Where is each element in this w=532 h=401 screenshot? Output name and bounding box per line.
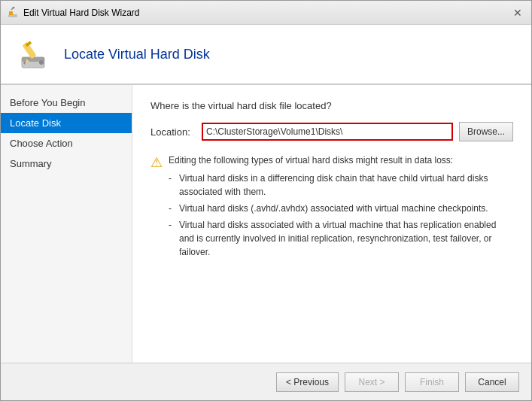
title-bar-text: Edit Virtual Hard Disk Wizard bbox=[23, 8, 510, 18]
finish-button[interactable]: Finish bbox=[405, 372, 459, 392]
warning-icon: ⚠ bbox=[150, 154, 163, 171]
footer: < Previous Next > Finish Cancel bbox=[1, 363, 531, 400]
sidebar-item-choose-action[interactable]: Choose Action bbox=[1, 133, 132, 153]
wizard-window: Edit Virtual Hard Disk Wizard ✕ Locate V… bbox=[0, 0, 532, 401]
warning-text: Editing the following types of virtual h… bbox=[169, 153, 513, 262]
warning-item-1: Virtual hard disks in a differencing dis… bbox=[169, 172, 513, 199]
header-area: Locate Virtual Hard Disk bbox=[1, 25, 531, 85]
title-bar: Edit Virtual Hard Disk Wizard ✕ bbox=[1, 1, 531, 25]
sidebar-item-summary[interactable]: Summary bbox=[1, 153, 132, 174]
warning-intro: Editing the following types of virtual h… bbox=[169, 153, 513, 167]
question-text: Where is the virtual hard disk file loca… bbox=[150, 100, 513, 111]
warning-box: ⚠ Editing the following types of virtual… bbox=[150, 153, 513, 262]
close-button[interactable]: ✕ bbox=[510, 5, 525, 20]
cancel-button[interactable]: Cancel bbox=[465, 372, 519, 392]
sidebar-item-before-you-begin[interactable]: Before You Begin bbox=[1, 93, 132, 113]
content-area: Before You Begin Locate Disk Choose Acti… bbox=[1, 85, 531, 363]
browse-button[interactable]: Browse... bbox=[459, 122, 513, 141]
next-button[interactable]: Next > bbox=[345, 372, 399, 392]
location-input[interactable] bbox=[202, 123, 453, 141]
main-content: Where is the virtual hard disk file loca… bbox=[132, 85, 531, 363]
warning-item-3: Virtual hard disks associated with a vir… bbox=[169, 218, 513, 259]
warning-item-2: Virtual hard disks (.avhd/.avhdx) associ… bbox=[169, 202, 513, 215]
sidebar: Before You Begin Locate Disk Choose Acti… bbox=[1, 85, 132, 363]
location-row: Location: Browse... bbox=[150, 122, 513, 141]
warning-list: Virtual hard disks in a differencing dis… bbox=[169, 172, 513, 259]
previous-button[interactable]: < Previous bbox=[276, 372, 339, 392]
svg-rect-1 bbox=[9, 11, 13, 15]
sidebar-item-locate-disk[interactable]: Locate Disk bbox=[1, 113, 132, 133]
header-icon bbox=[16, 36, 52, 72]
svg-point-6 bbox=[39, 60, 44, 65]
header-title: Locate Virtual Hard Disk bbox=[64, 47, 210, 62]
wizard-icon bbox=[7, 7, 19, 19]
location-label: Location: bbox=[150, 126, 196, 138]
